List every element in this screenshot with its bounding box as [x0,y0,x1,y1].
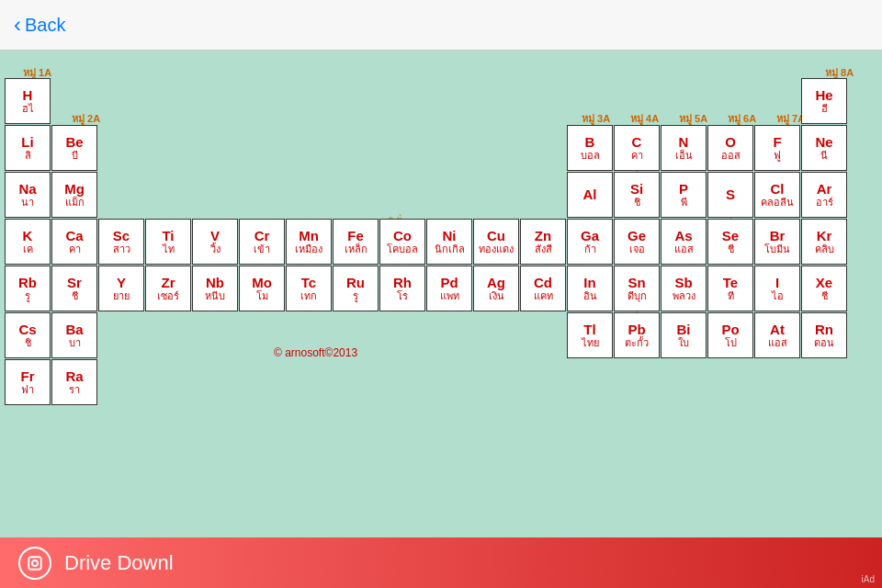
element-nb[interactable]: Nbหนีบ [192,266,238,311]
element-ra[interactable]: Raรา [51,359,97,405]
element-symbol: Sn [628,276,645,291]
element-as[interactable]: Asแอส [661,219,707,265]
element-cr[interactable]: Crเข้า [239,219,285,265]
element-y[interactable]: Yยาย [98,266,144,311]
element-cl[interactable]: Clคลอลีน [754,172,800,218]
element-tl[interactable]: Tlไทย [567,312,613,358]
element-c[interactable]: Cคา↓ [614,125,660,171]
element-symbol: Xe [816,276,832,291]
element-i[interactable]: Iไอ [754,266,800,311]
element-thai-name: พี [681,197,687,208]
element-rh[interactable]: Rhโร [379,266,425,311]
element-v[interactable]: Vวิ้ง [192,219,238,265]
element-ag[interactable]: Agเงิน [473,266,519,311]
element-symbol: Rh [393,276,412,291]
element-thai-name: รู [25,290,30,301]
element-symbol: Tl [583,322,595,338]
element-thai-name: บอล [581,150,600,161]
element-symbol: N [679,135,689,151]
element-symbol: Y [117,276,126,291]
element-ba[interactable]: Baบา [51,312,97,358]
element-ne[interactable]: Neนี [801,125,847,171]
element-al[interactable]: Al [567,172,613,218]
element-p[interactable]: Pพี [661,172,707,218]
element-symbol: Na [18,182,36,198]
element-at[interactable]: Atแอส [754,312,800,358]
element-symbol: Cd [534,276,552,291]
element-symbol: At [770,322,785,338]
element-ca[interactable]: Caคา [51,219,97,265]
main-content: หมู่ 1Aหมู่ 2Aหมู่ 3Aหมู่ 4Aหมู่ 5Aหมู่ … [0,51,882,537]
element-symbol: Rn [815,322,833,338]
element-he[interactable]: Heฮี [801,78,847,124]
element-si[interactable]: Siชิ [614,172,660,218]
element-sn[interactable]: Snดีบุก↓ [614,266,660,311]
element-n[interactable]: Nเอ็น [661,125,707,171]
element-symbol: Se [722,229,739,244]
element-zr[interactable]: Zrเซอร์ [145,266,191,311]
element-rb[interactable]: Rbรู [5,266,51,311]
element-bi[interactable]: Biใบ [661,312,707,358]
element-symbol: Mn [299,229,319,244]
footer-icon [18,547,51,580]
element-se[interactable]: Seชี [707,219,753,265]
element-f[interactable]: Fฟู [754,125,800,171]
element-k[interactable]: Kเค [5,219,51,265]
element-thai-name: ก้า [584,243,596,254]
element-ti[interactable]: Tiไท [145,219,191,265]
element-ga[interactable]: Gaก้า [567,219,613,265]
element-in[interactable]: Inอิน [567,266,613,311]
element-b[interactable]: Bบอล [567,125,613,171]
element-pd[interactable]: Pdแพท [426,266,472,311]
element-thai-name: ชิ [25,337,31,348]
element-ru[interactable]: Ruรู [333,266,379,311]
element-mg[interactable]: Mgแม็ก [51,172,97,218]
element-symbol: In [583,276,595,291]
element-s[interactable]: S↓ [707,172,753,218]
element-be[interactable]: Beบี [51,125,97,171]
element-br[interactable]: Brโบมีน [754,219,800,265]
element-thai-name: ชิ [634,197,640,208]
element-ge[interactable]: Geเจอ [614,219,660,265]
element-o[interactable]: Oออส [707,125,753,171]
element-li[interactable]: Liลิ [5,125,51,171]
back-button[interactable]: ‹ Back [14,12,65,38]
element-symbol: Ru [346,276,365,291]
element-pb[interactable]: Pbตะกั้ว [614,312,660,358]
element-te[interactable]: Teที [707,266,753,311]
element-sc[interactable]: Scสาว [98,219,144,265]
element-tc[interactable]: Tcเทก [286,266,332,311]
element-fe[interactable]: Feเหล็ก [333,219,379,265]
element-thai-name: ไอ [772,290,784,301]
element-ar[interactable]: Arอาร์ [801,172,847,218]
element-cu[interactable]: Cuทองแดง [473,219,519,265]
element-h[interactable]: Hฮไ [5,78,51,124]
element-thai-name: นิกเกิล [435,243,465,254]
element-thai-name: สาว [113,243,130,254]
element-thai-name: แคท [534,290,553,301]
element-na[interactable]: Naนา [5,172,51,218]
element-ni[interactable]: Niนิกเกิล [426,219,472,265]
element-sb[interactable]: Sbพลวง [661,266,707,311]
element-symbol: O [725,135,736,151]
element-zn[interactable]: Znสังสี [520,219,566,265]
footer-ad[interactable]: Drive Downl iAd [0,537,882,588]
element-sr[interactable]: Srชี [51,266,97,311]
element-thai-name: พลวง [673,290,695,301]
element-fr[interactable]: Frฟา [5,359,51,405]
element-mo[interactable]: Moโม [239,266,285,311]
element-po[interactable]: Poโป [707,312,753,358]
element-symbol: I [775,276,779,291]
element-thai-name: วิ้ง [210,243,220,254]
element-kr[interactable]: Krคลิบ [801,219,847,265]
element-mn[interactable]: Mnเหมือง [286,219,332,265]
header: ‹ Back [0,0,882,51]
element-xe[interactable]: Xeชี [801,266,847,311]
element-thai-name: เจอ [629,243,645,254]
element-cd[interactable]: Cdแคท [520,266,566,311]
element-cs[interactable]: Csชิ [5,312,51,358]
element-symbol: Ne [815,135,832,151]
element-rn[interactable]: Rnดอน [801,312,847,358]
element-thai-name: เอ็น [675,150,693,161]
element-co[interactable]: Coโคบอล [379,219,425,265]
